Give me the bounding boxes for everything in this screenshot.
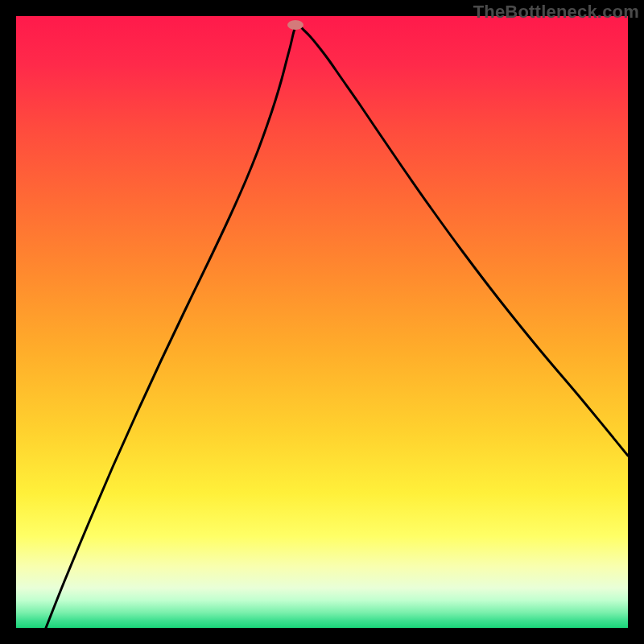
chart-svg (16, 16, 628, 628)
chart-plot-area (16, 16, 628, 628)
chart-frame: TheBottleneck.com (0, 0, 644, 644)
watermark-label: TheBottleneck.com (473, 2, 639, 23)
chart-background-gradient (16, 16, 628, 628)
optimum-marker (287, 20, 303, 30)
